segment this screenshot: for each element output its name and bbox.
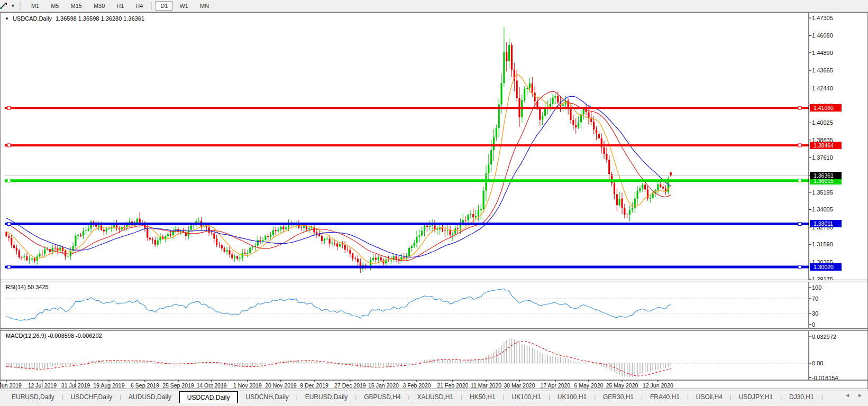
date-axis-label: 15 Jan 2020: [368, 382, 399, 389]
date-axis-label: 21 Feb 2020: [437, 382, 468, 389]
timeframe-button-w1[interactable]: W1: [174, 1, 194, 11]
timeframe-toolbar: ▼ M1M5M15M30H1H4D1W1MN: [0, 0, 868, 12]
chart-tab-xauusd-h1[interactable]: XAUUSD,H1: [409, 391, 461, 403]
date-axis-label: 12 Jul 2019: [28, 382, 57, 389]
macd-axis-tick: -0.018154: [812, 374, 838, 382]
chart-tab-uk100-h1[interactable]: UK100,H1: [550, 391, 594, 403]
panel-splitter-rsi[interactable]: [1, 280, 867, 282]
date-axis-label: 27 Dec 2019: [334, 382, 366, 389]
scroll-tabs-left-icon[interactable]: ◄: [845, 392, 850, 398]
chart-ohlc-values: 1.36598 1.36598 1.36280 1.36361: [56, 15, 144, 22]
chart-symbol-period: USDCAD,Daily: [13, 15, 52, 22]
rsi-axis-tick: 70: [812, 295, 818, 302]
hline-price-label[interactable]: 1.38464: [810, 142, 842, 149]
hline-price-label[interactable]: 1.33011: [810, 220, 842, 227]
chart-tab-hk50-h1[interactable]: HK50,H1: [462, 391, 503, 403]
price-axis-tick: 1.40025: [812, 119, 833, 126]
chevron-down-icon[interactable]: ▼: [11, 3, 15, 8]
price-axis-tick: 1.31590: [812, 241, 833, 248]
timeframe-button-h4[interactable]: H4: [130, 1, 148, 11]
date-axis-label: 14 Oct 2019: [196, 382, 226, 389]
draw-tool-icon[interactable]: [0, 1, 10, 11]
rsi-indicator-label: RSI(14) 50.3425: [6, 284, 49, 290]
chart-tab-gbpusd-h4[interactable]: GBPUSD,H4: [357, 391, 408, 403]
timeframe-button-m15[interactable]: M15: [65, 1, 87, 11]
rsi-axis-tick: 30: [812, 310, 818, 317]
date-axis-label: 25 May 2020: [606, 382, 638, 389]
date-axis-label: 3 Feb 2020: [403, 382, 431, 389]
timeframe-button-h1[interactable]: H1: [111, 1, 129, 11]
timeframe-button-m5[interactable]: M5: [45, 1, 64, 11]
date-axis-label: 6 May 2020: [574, 382, 604, 389]
timeframe-button-mn[interactable]: MN: [195, 1, 214, 11]
rsi-axis-tick: 100: [812, 284, 821, 291]
chart-tab-uk100-h1[interactable]: UK100,H1: [505, 391, 549, 403]
chart-tab-usoil-h4[interactable]: USOil,H4: [689, 391, 730, 403]
chart-tab-eurusd-daily[interactable]: EURUSD,Daily: [298, 391, 355, 403]
macd-indicator-label: MACD(12,26,9) -0.003598 -0.006202: [6, 333, 102, 339]
date-axis-label: 25 Sep 2019: [162, 382, 194, 389]
date-axis-label: 24 Jun 2019: [0, 382, 22, 389]
date-axis-label: 19 Aug 2019: [94, 382, 125, 389]
macd-axis-tick: 0.00: [812, 359, 823, 367]
chart-tab-bar: EURUSD,Daily|USDCHF,Daily|AUDUSD,DailyUS…: [0, 391, 868, 403]
date-axis-label: 9 Dec 2019: [300, 382, 328, 389]
timeframe-button-m30[interactable]: M30: [88, 1, 110, 11]
panel-splitter-macd[interactable]: [1, 328, 867, 331]
status-strip: [0, 403, 868, 406]
price-axis-tick: 1.47305: [812, 14, 833, 22]
price-chart-canvas[interactable]: [1, 13, 867, 389]
price-axis-tick: 1.35195: [812, 189, 833, 196]
macd-axis-tick: 0.032972: [812, 333, 836, 340]
chart-tab-eurusd-daily[interactable]: EURUSD,Daily: [4, 391, 62, 403]
chart-tab-usdchf-daily[interactable]: USDCHF,Daily: [63, 391, 120, 403]
toolbar-grip-handle[interactable]: [20, 2, 22, 10]
hline-price-label[interactable]: 1.41060: [810, 104, 842, 112]
chart-tab-fra40-h1[interactable]: FRA40,H1: [643, 391, 687, 403]
chart-tab-usdcad-daily[interactable]: USDCAD,Daily: [179, 391, 239, 403]
price-axis-tick: 1.43665: [812, 67, 833, 74]
price-axis-tick: 1.42440: [812, 85, 833, 92]
chart-tab-dj30-h1[interactable]: DJ30,H1: [782, 391, 821, 403]
hline-price-label[interactable]: 1.30020: [810, 263, 842, 271]
date-axis-label: 30 Mar 2020: [504, 382, 535, 389]
chart-window: ▼ USDCAD,Daily 1.36598 1.36598 1.36280 1…: [0, 12, 868, 389]
timeframe-button-d1[interactable]: D1: [155, 1, 173, 11]
chart-tab-usdcnh-daily[interactable]: USDCNH,Daily: [238, 391, 296, 403]
chart-title: ▼ USDCAD,Daily 1.36598 1.36598 1.36280 1…: [5, 15, 144, 22]
collapse-triangle-icon[interactable]: ▼: [5, 16, 9, 21]
date-axis-label: 11 Mar 2020: [471, 382, 501, 389]
chart-tab-ger30-h1[interactable]: GER30,H1: [596, 391, 641, 403]
date-axis-label: 20 Nov 2019: [265, 382, 297, 389]
price-axis-tick: 1.44890: [812, 49, 833, 57]
rsi-axis-tick: 0: [812, 321, 815, 328]
price-axis-tick: 1.34005: [812, 206, 833, 213]
price-axis-tick: 1.37610: [812, 154, 833, 161]
bid-price-label: 1.36361: [810, 172, 842, 179]
timeframe-button-m1[interactable]: M1: [26, 1, 44, 11]
date-axis-label: 17 Apr 2020: [541, 382, 571, 389]
tab-scroll-arrows: ◄ ►: [845, 392, 863, 398]
date-axis-label: 31 Jul 2019: [61, 382, 90, 389]
date-axis-label: 6 Sep 2019: [131, 382, 159, 389]
scroll-tabs-right-icon[interactable]: ►: [857, 392, 863, 398]
chart-tab-usdjpy-h1[interactable]: USDJPY,H1: [732, 391, 780, 403]
toolbar-divider: [151, 2, 152, 10]
date-axis-label: 12 Jun 2020: [643, 382, 673, 389]
chart-tab-audusd-daily[interactable]: AUDUSD,Daily: [121, 391, 179, 403]
date-axis-label: 1 Nov 2019: [233, 382, 262, 389]
price-axis-tick: 1.46080: [812, 32, 833, 39]
tab-separator: |: [821, 391, 823, 403]
